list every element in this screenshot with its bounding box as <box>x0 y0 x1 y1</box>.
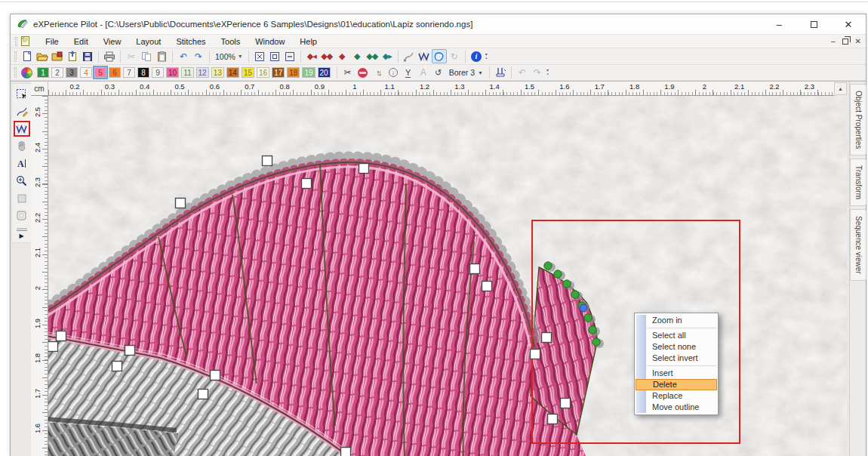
outline-handle[interactable] <box>531 350 540 359</box>
zoom-to-selection-button[interactable] <box>267 49 282 63</box>
color-swatch-6[interactable]: 6 <box>109 67 121 78</box>
color-swatch-19[interactable]: 19 <box>302 67 315 78</box>
color-swatch-15[interactable]: 15 <box>242 67 254 78</box>
outline-handle[interactable] <box>548 414 558 424</box>
stitch-node-green[interactable] <box>563 280 571 288</box>
document-icon[interactable] <box>20 36 30 46</box>
stitch-nav-button-6[interactable]: ◆▸ <box>380 49 395 63</box>
sequence-button[interactable]: ↑↓ <box>371 66 386 80</box>
shape-select-button[interactable] <box>432 49 447 63</box>
cut-button[interactable]: ✂ <box>124 49 139 63</box>
menu-file[interactable]: File <box>38 35 66 48</box>
stitch-nav-button-2[interactable]: ◆◆ <box>319 49 334 63</box>
menu-edit[interactable]: Edit <box>66 35 96 48</box>
design-canvas[interactable] <box>48 96 847 456</box>
outline-handle[interactable] <box>211 371 220 381</box>
text-tool[interactable]: A <box>14 156 30 171</box>
drag-tool[interactable] <box>14 138 30 154</box>
color-wheel-icon[interactable] <box>21 67 32 79</box>
outline-handle[interactable] <box>470 264 480 274</box>
new-button[interactable] <box>20 49 35 63</box>
outline-handle[interactable] <box>542 333 552 343</box>
context-menu-item-replace[interactable]: Replace <box>635 390 718 402</box>
outline-handle[interactable] <box>302 179 312 189</box>
context-menu-item-select-all[interactable]: Select all <box>635 330 718 341</box>
tab-transform[interactable]: Transform <box>850 159 866 206</box>
outline-handle[interactable] <box>125 346 135 356</box>
color-swatch-5[interactable]: 5 <box>94 67 106 78</box>
zoom-tool[interactable] <box>14 173 30 189</box>
toolbar-gripper[interactable] <box>17 228 27 231</box>
menu-stitches[interactable]: Stitches <box>168 35 213 48</box>
stitch-node-green[interactable] <box>571 291 579 298</box>
color-swatch-13[interactable]: 13 <box>211 67 224 78</box>
context-menu-item-select-invert[interactable]: Select invert <box>635 353 718 364</box>
menu-tools[interactable]: Tools <box>214 35 248 48</box>
undo-button[interactable]: ↶ <box>176 49 191 63</box>
redraw-button[interactable]: ↻ <box>447 49 462 63</box>
context-menu-item-insert[interactable]: Insert <box>635 368 718 379</box>
toolbar-overflow[interactable]: ▾▪ <box>546 69 549 76</box>
color-swatch-3[interactable]: 3 <box>66 67 78 78</box>
outline-handle[interactable] <box>176 199 186 208</box>
stitch-node-green[interactable] <box>544 262 552 270</box>
curve-tool-button[interactable] <box>402 49 417 63</box>
mdi-minimize-button[interactable]: – <box>831 36 836 47</box>
menu-help[interactable]: Help <box>292 35 325 48</box>
outline-handle[interactable] <box>57 331 66 341</box>
zoom-level-dropdown[interactable]: 100%▼ <box>213 52 245 61</box>
needle-down-button[interactable]: Y <box>401 66 416 80</box>
outline-handle[interactable] <box>482 282 492 291</box>
design-info-button[interactable]: i <box>469 49 484 63</box>
menu-view[interactable]: View <box>96 35 129 48</box>
color-swatch-17[interactable]: 17 <box>272 67 285 78</box>
outline-handle[interactable] <box>199 390 208 399</box>
stitch-nav-button-3[interactable]: ◆ <box>334 49 349 63</box>
edit-outline-tool[interactable] <box>14 103 30 119</box>
color-swatch-18[interactable]: 18 <box>287 67 300 78</box>
stitch-nav-button-5[interactable]: ◆◆ <box>365 49 380 63</box>
menu-window[interactable]: Window <box>248 35 292 48</box>
color-swatch-8[interactable]: 8 <box>137 67 149 78</box>
menu-layout[interactable]: Layout <box>128 35 168 48</box>
outline-handle[interactable] <box>341 448 351 456</box>
print-button[interactable] <box>102 49 117 63</box>
color-swatch-9[interactable]: 9 <box>152 67 164 78</box>
color-swatch-11[interactable]: 11 <box>181 67 193 78</box>
stop-button[interactable] <box>356 66 371 80</box>
zoom-one-to-one-button[interactable] <box>282 49 297 63</box>
stitch-node-green[interactable] <box>593 338 600 346</box>
select-points-tool[interactable] <box>14 86 30 102</box>
maximize-button[interactable] <box>796 14 831 35</box>
background-tool[interactable] <box>14 190 30 206</box>
tab-sequence-viewer[interactable]: Sequence viewer <box>850 209 866 281</box>
context-menu-item-select-none[interactable]: Select none <box>635 341 718 353</box>
undo-secondary-button[interactable]: ↶ <box>515 66 530 80</box>
color-swatch-12[interactable]: 12 <box>196 67 209 78</box>
embroidery-design[interactable] <box>48 96 847 456</box>
scroll-up-button[interactable]: ▲ <box>834 82 847 95</box>
context-menu-item-delete[interactable]: Delete <box>636 379 717 390</box>
copy-button[interactable] <box>139 49 154 63</box>
redo-button[interactable]: ↷ <box>191 49 206 63</box>
outline-handle[interactable] <box>48 342 58 352</box>
context-menu-item-zoom-in[interactable]: Zoom in <box>635 315 718 326</box>
stitch-node-green[interactable] <box>589 326 596 334</box>
stitch-nav-button-4[interactable]: ◆ <box>349 49 365 63</box>
zoom-to-design-button[interactable] <box>252 49 267 63</box>
stitch-node-green[interactable] <box>584 314 592 322</box>
letter-tool-button[interactable]: A <box>416 66 431 80</box>
stitch-node-blue[interactable] <box>580 304 587 312</box>
toolbar-overflow[interactable]: ▾▪ <box>485 53 488 60</box>
redo-secondary-button[interactable]: ↷ <box>530 66 545 80</box>
hoop-tool[interactable] <box>14 208 30 223</box>
insert-point-button[interactable]: ↓ <box>386 66 401 80</box>
color-swatch-1[interactable]: 1 <box>37 67 49 78</box>
outline-handle[interactable] <box>112 362 122 371</box>
color-swatch-7[interactable]: 7 <box>123 67 135 78</box>
outline-handle[interactable] <box>359 164 369 174</box>
thread-chart-dropdown[interactable]: Borer 3▼ <box>446 68 486 77</box>
save-button[interactable] <box>80 49 95 63</box>
save-as-button[interactable] <box>65 49 80 63</box>
color-swatch-16[interactable]: 16 <box>257 67 269 78</box>
